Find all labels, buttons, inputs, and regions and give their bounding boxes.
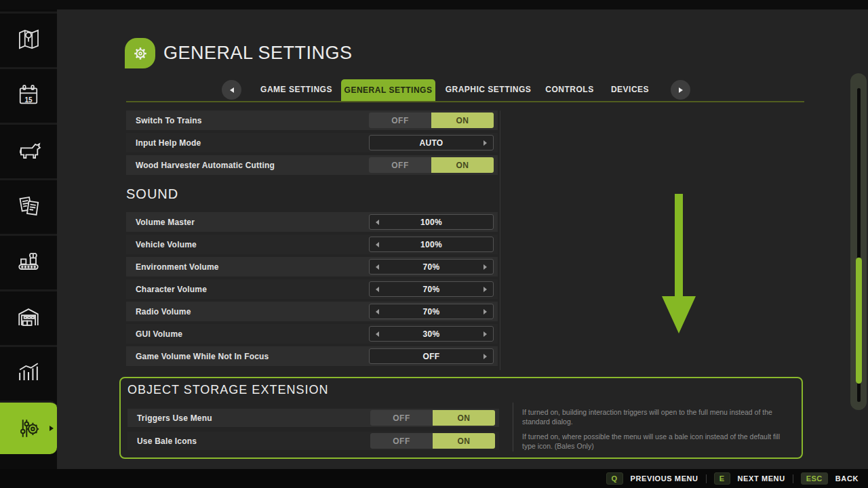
sidebar-item-statistics[interactable]: [0, 345, 57, 399]
left-arrow-icon: [230, 87, 234, 93]
setting-row-vehicle-volume: Vehicle Volume 100%: [126, 235, 498, 254]
calendar-day-label: 15: [24, 96, 32, 104]
toggle-on-button[interactable]: ON: [431, 113, 494, 128]
ose-section-title: OBJECT STORAGE EXTENSION: [127, 383, 328, 397]
stepper-control[interactable]: 70%: [369, 304, 494, 319]
toggle-control: OFF ON: [369, 113, 494, 128]
setting-row-input-help-mode: Input Help Mode AUTO: [126, 133, 498, 152]
sidebar-item-storage[interactable]: [0, 289, 57, 343]
stepper-value: 70%: [423, 262, 440, 272]
sidebar-item-production[interactable]: [0, 234, 57, 287]
stepper-control[interactable]: 100%: [369, 237, 494, 252]
top-strip: [0, 0, 868, 9]
column-divider: [500, 110, 500, 370]
setting-label: Triggers Use Menu: [127, 413, 370, 423]
stepper-control[interactable]: 70%: [369, 259, 494, 274]
ose-description-1: If turned on, building interaction trigg…: [522, 407, 793, 426]
toggle-control: OFF ON: [370, 433, 495, 449]
tab-general-settings[interactable]: GENERAL SETTINGS: [341, 79, 435, 102]
setting-label: Wood Harvester Automatic Cutting: [126, 161, 369, 170]
tab-underline: [126, 101, 804, 102]
setting-label: Game Volume While Not In Focus: [126, 352, 369, 361]
sidebar-item-animals[interactable]: [0, 123, 57, 176]
stepper-left-arrow-icon[interactable]: [376, 264, 379, 270]
gear-icon: [130, 43, 151, 64]
sound-section-title: SOUND: [126, 186, 498, 202]
cow-icon: [14, 136, 43, 165]
tab-controls[interactable]: CONTROLS: [541, 85, 598, 94]
map-icon: [14, 25, 43, 54]
setting-row-character-volume: Character Volume 70%: [126, 279, 498, 299]
toggle-off-button[interactable]: OFF: [369, 157, 431, 173]
toggle-on-button[interactable]: ON: [431, 157, 494, 173]
toggle-off-button[interactable]: OFF: [369, 113, 431, 128]
page-icon-bubble: [125, 38, 155, 68]
setting-row-radio-volume: Radio Volume 70%: [126, 302, 498, 321]
tabs-prev-button[interactable]: [222, 80, 241, 100]
stepper-left-arrow-icon[interactable]: [376, 287, 379, 292]
scrollbar-thumb[interactable]: [856, 258, 862, 384]
production-icon: [14, 247, 43, 277]
stepper-left-arrow-icon[interactable]: [376, 220, 379, 225]
setting-row-game-volume-not-in-focus: Game Volume While Not In Focus OFF: [126, 346, 498, 366]
toggle-control: OFF ON: [369, 157, 494, 173]
toggle-off-button[interactable]: OFF: [370, 433, 433, 449]
tab-devices[interactable]: DEVICES: [606, 85, 654, 94]
scrollbar[interactable]: [850, 73, 867, 410]
tab-graphic-settings[interactable]: GRAPHIC SETTINGS: [441, 85, 536, 94]
ose-description-2: If turned on, where possible the menu wi…: [522, 432, 793, 451]
stepper-right-arrow-icon[interactable]: [484, 331, 487, 337]
setting-row-switch-to-trains: Switch To Trains OFF ON: [126, 110, 498, 130]
selector-control[interactable]: AUTO: [369, 135, 494, 150]
previous-menu-label: PREVIOUS MENU: [631, 474, 698, 483]
stepper-right-arrow-icon[interactable]: [484, 287, 487, 292]
footer-bar: Q PREVIOUS MENU E NEXT MENU ESC BACK: [0, 469, 868, 488]
stepper-right-arrow-icon[interactable]: [484, 140, 487, 146]
sidebar-item-calendar[interactable]: 15: [0, 67, 57, 121]
key-e[interactable]: E: [714, 472, 730, 485]
stepper-value: 100%: [420, 218, 442, 227]
stepper-right-arrow-icon[interactable]: [484, 264, 487, 270]
stepper-control[interactable]: 70%: [369, 281, 494, 297]
key-esc[interactable]: ESC: [801, 472, 828, 485]
stepper-left-arrow-icon[interactable]: [376, 242, 379, 247]
tabs-next-button[interactable]: [671, 80, 690, 100]
stepper-value: 30%: [423, 329, 440, 339]
stepper-control[interactable]: 30%: [369, 326, 494, 342]
setting-row-environment-volume: Environment Volume 70%: [126, 257, 498, 277]
mod-settings-icon: [14, 413, 43, 443]
stepper-left-arrow-icon[interactable]: [376, 309, 379, 314]
sidebar-item-contracts[interactable]: [0, 178, 57, 232]
calendar-icon: [14, 81, 43, 109]
setting-label: Volume Master: [126, 218, 369, 227]
toggle-off-button[interactable]: OFF: [370, 410, 433, 426]
toggle-on-button[interactable]: ON: [433, 433, 495, 449]
stepper-value: 70%: [423, 307, 440, 317]
selector-value: AUTO: [420, 138, 443, 148]
stepper-right-arrow-icon[interactable]: [484, 354, 487, 359]
setting-label: Environment Volume: [126, 262, 369, 272]
toggle-control: OFF ON: [370, 410, 495, 426]
stepper-control[interactable]: OFF: [369, 348, 494, 364]
sidebar-item-map[interactable]: [0, 12, 57, 65]
hint-divider: [793, 474, 793, 483]
general-settings-screen: 15: [0, 0, 868, 488]
stepper-value: OFF: [423, 352, 440, 361]
stepper-left-arrow-icon[interactable]: [376, 331, 379, 337]
key-q[interactable]: Q: [606, 472, 623, 485]
setting-label: GUI Volume: [126, 329, 369, 339]
tutorial-down-arrow-icon: [658, 192, 700, 336]
setting-label: Input Help Mode: [126, 138, 369, 148]
toggle-on-button[interactable]: ON: [433, 410, 495, 426]
tab-game-settings[interactable]: GAME SETTINGS: [258, 85, 335, 94]
contracts-icon: [14, 191, 43, 221]
sidebar-item-mod-settings[interactable]: [0, 401, 57, 454]
ose-divider: [513, 403, 513, 451]
stepper-right-arrow-icon[interactable]: [484, 309, 487, 314]
stepper-control[interactable]: 100%: [369, 214, 494, 230]
setting-label: Character Volume: [126, 285, 369, 294]
setting-row-volume-master: Volume Master 100%: [126, 212, 498, 232]
statistics-icon: [14, 358, 43, 388]
warehouse-icon: [14, 302, 43, 332]
setting-label: Vehicle Volume: [126, 240, 369, 249]
